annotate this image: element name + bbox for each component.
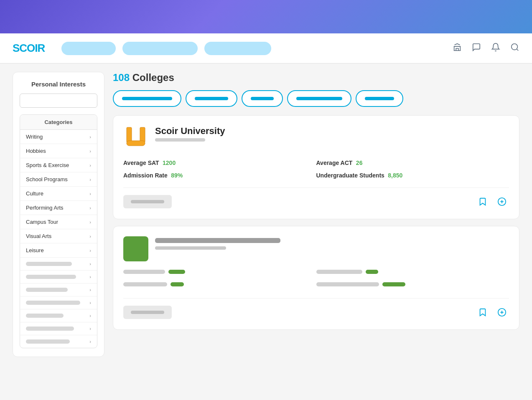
chevron-icon-writing: › (89, 134, 91, 139)
category-item-performing[interactable]: Performing Arts › (20, 201, 97, 215)
category-item-culture[interactable]: Culture › (20, 187, 97, 201)
filter-pill-2[interactable] (186, 90, 237, 107)
category-item-visual[interactable]: Visual Arts › (20, 229, 97, 243)
main-content: 108 Colleges (113, 72, 519, 392)
placeholder-bar-6 (26, 327, 74, 331)
chevron-icon-p1: › (89, 261, 91, 266)
stat-value-placeholder-3a (171, 282, 184, 286)
chat-icon[interactable] (472, 43, 481, 54)
category-item-school[interactable]: School Programs › (20, 172, 97, 187)
category-item-leisure[interactable]: Leisure › (20, 243, 97, 258)
category-item-writing[interactable]: Writing › (20, 130, 97, 144)
chevron-icon-p4: › (89, 300, 91, 305)
stat-placeholder-2a (316, 270, 362, 274)
category-item-placeholder-6[interactable]: › (20, 322, 97, 335)
stat-placeholder-4a (316, 282, 379, 286)
add-button-2[interactable] (495, 305, 509, 319)
card-2-actions (476, 305, 509, 319)
match-btn-placeholder-1 (131, 200, 164, 203)
search-icon[interactable] (510, 43, 519, 54)
category-item-sports[interactable]: Sports & Exercise › (20, 158, 97, 172)
header: SCOIR (0, 33, 532, 63)
bookmark-button-2[interactable] (476, 305, 490, 319)
content-area: Personal Interests Categories Writing › … (0, 63, 532, 400)
bookmark-button-1[interactable] (476, 195, 490, 209)
placeholder-bar-1 (26, 262, 72, 266)
bell-icon[interactable] (491, 43, 500, 54)
filter-pill-3[interactable] (242, 90, 283, 107)
sidebar: Personal Interests Categories Writing › … (13, 72, 104, 392)
category-label-campus: Campus Tour (26, 219, 58, 225)
nav-pill-2[interactable] (122, 42, 198, 55)
college-icon[interactable] (453, 43, 462, 54)
category-item-campus[interactable]: Campus Tour › (20, 215, 97, 229)
category-item-placeholder-3[interactable]: › (20, 284, 97, 296)
category-label-performing: Performing Arts (26, 205, 64, 211)
filter-pill-inner-3 (251, 97, 274, 100)
colleges-number: 108 (113, 72, 130, 83)
category-label-hobbies: Hobbies (26, 148, 46, 154)
nav-pill-3[interactable] (204, 42, 271, 55)
category-item-placeholder-7[interactable]: › (20, 335, 97, 348)
chevron-icon-hobbies: › (89, 149, 91, 154)
categories-box: Categories Writing › Hobbies › Sports & … (20, 114, 97, 348)
svg-point-0 (512, 44, 518, 50)
nav-pills (61, 42, 440, 55)
match-button-2[interactable] (123, 306, 172, 319)
undergrad-value: 8,850 (388, 172, 402, 179)
chevron-icon-p6: › (89, 326, 91, 331)
chevron-icon-leisure: › (89, 248, 91, 253)
chevron-icon-visual: › (89, 234, 91, 239)
card-1-actions (476, 195, 509, 209)
category-item-placeholder-2[interactable]: › (20, 271, 97, 284)
college-subtitle-bar-1 (155, 138, 205, 142)
add-button-1[interactable] (495, 195, 509, 209)
chevron-icon-school: › (89, 177, 91, 182)
nav-pill-1[interactable] (61, 42, 116, 55)
chevron-icon-p7: › (89, 339, 91, 344)
college-info-2 (155, 236, 509, 250)
college-logo-1 (123, 126, 148, 151)
chevron-icon-sports: › (89, 163, 91, 168)
category-label-culture: Culture (26, 190, 43, 197)
act-value: 26 (356, 159, 363, 166)
category-item-placeholder-4[interactable]: › (20, 296, 97, 309)
placeholder-bar-5 (26, 314, 64, 318)
svg-rect-3 (127, 141, 145, 146)
chevron-icon-culture: › (89, 191, 91, 196)
sidebar-search-input[interactable] (20, 94, 97, 108)
filter-pill-5[interactable] (356, 90, 403, 107)
college-stats-2 (123, 270, 509, 290)
filter-pill-inner-1 (122, 97, 172, 100)
card-1-footer (123, 187, 509, 209)
college-logo-2 (123, 236, 148, 261)
undergrad-label: Undergraduate Students (316, 172, 384, 179)
card-2-footer (123, 298, 509, 319)
main-container: SCOIR (0, 33, 532, 400)
stat-row-4 (316, 282, 509, 290)
college-card-2 (113, 226, 519, 330)
stat-value-placeholder-2a (366, 270, 378, 274)
category-item-placeholder-5[interactable]: › (20, 309, 97, 322)
category-label-school: School Programs (26, 176, 68, 182)
category-item-hobbies[interactable]: Hobbies › (20, 144, 97, 158)
match-btn-placeholder-2 (131, 311, 164, 314)
sidebar-title: Personal Interests (20, 81, 97, 88)
filter-pill-inner-2 (195, 97, 228, 100)
category-item-placeholder-1[interactable]: › (20, 258, 97, 271)
act-label: Average ACT (316, 159, 353, 166)
college-stats-1: Average SAT 1200 Average ACT 26 Admissio… (123, 159, 509, 179)
colleges-header: 108 Colleges (113, 72, 519, 84)
filter-pill-4[interactable] (287, 90, 351, 107)
stat-placeholder-1a (123, 270, 165, 274)
admission-stat: Admission Rate 89% (123, 172, 316, 179)
match-button-1[interactable] (123, 195, 172, 208)
college-card-1: Scoir University Average SAT 1200 Averag… (113, 115, 519, 219)
filter-pill-1[interactable] (113, 90, 181, 107)
stat-row-1 (123, 270, 316, 277)
top-banner (0, 0, 532, 33)
stat-row-3 (123, 282, 316, 290)
header-icons (453, 43, 519, 54)
college-name-1: Scoir University (155, 126, 225, 137)
svg-rect-2 (140, 127, 145, 142)
